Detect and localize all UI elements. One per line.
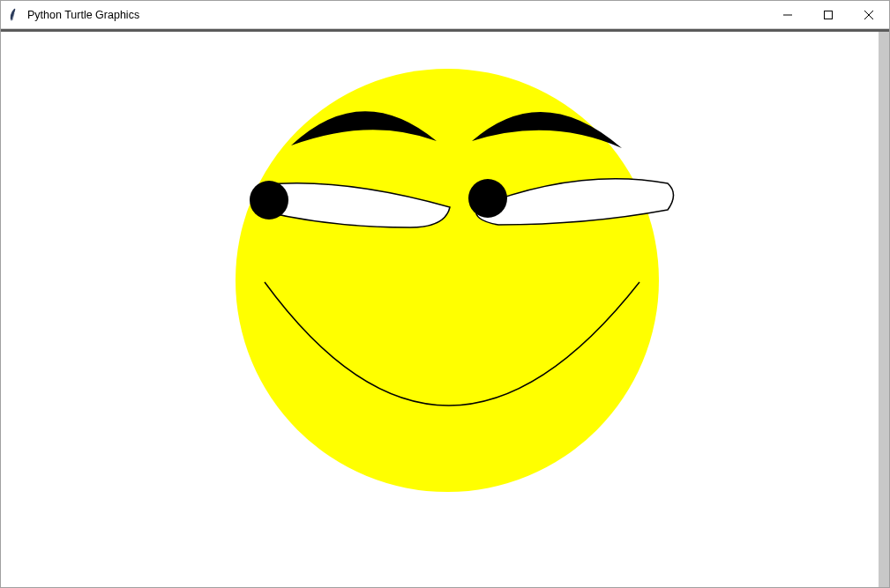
left-pupil xyxy=(250,181,288,220)
close-button[interactable] xyxy=(849,1,889,28)
titlebar: Python Turtle Graphics xyxy=(1,1,889,29)
window-title: Python Turtle Graphics xyxy=(27,9,767,21)
right-pupil xyxy=(468,179,507,218)
turtle-canvas xyxy=(4,35,886,584)
python-feather-icon xyxy=(8,8,22,22)
maximize-button[interactable] xyxy=(808,1,849,28)
svg-rect-1 xyxy=(825,11,833,19)
minimize-button[interactable] xyxy=(767,1,808,28)
canvas-frame xyxy=(1,29,889,587)
minimize-icon xyxy=(783,11,792,19)
app-window: Python Turtle Graphics xyxy=(0,0,890,588)
turtle-drawing xyxy=(4,35,886,587)
window-controls xyxy=(767,1,889,28)
maximize-icon xyxy=(824,11,833,19)
scrollbar-gutter xyxy=(879,32,889,587)
close-icon xyxy=(864,11,873,19)
